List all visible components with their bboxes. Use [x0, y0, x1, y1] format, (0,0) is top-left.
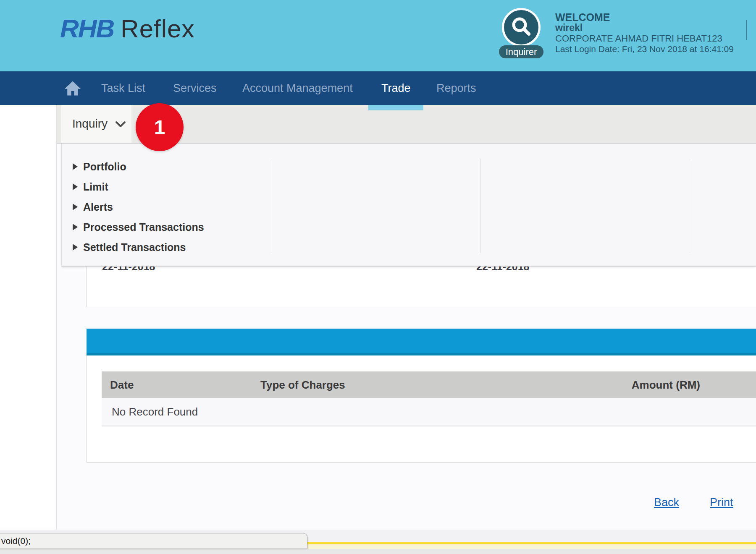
charges-table-header: Date Type of Charges Amount (RM)	[102, 371, 756, 398]
section-header-bar	[87, 329, 756, 355]
highlight-strip	[305, 542, 756, 549]
triangle-right-icon	[73, 224, 78, 230]
page: RHB Reflex Inquirer WELCOME wirekl CORPO…	[0, 0, 756, 554]
column-type-of-charges: Type of Charges	[260, 371, 345, 398]
rhb-reflex-logo: RHB Reflex	[60, 13, 194, 43]
table-empty-row: No Record Found	[102, 398, 756, 426]
menu-item-label: Alerts	[83, 201, 113, 213]
browser-status-tooltip: void(0);	[0, 533, 307, 549]
nav-reports[interactable]: Reports	[436, 71, 476, 105]
menu-item-label: Processed Transactions	[83, 221, 204, 233]
annotation-step-badge: 1	[136, 103, 184, 151]
welcome-block: WELCOME wirekl CORPORATE AHMAD FITRI HEB…	[555, 12, 734, 54]
nav-account-management[interactable]: Account Management	[242, 71, 353, 105]
print-link[interactable]: Print	[710, 496, 733, 509]
panel-divider	[480, 159, 480, 253]
inquiry-label: Inquiry	[72, 117, 108, 131]
triangle-right-icon	[73, 244, 78, 251]
active-tab-indicator	[368, 105, 423, 110]
home-icon[interactable]	[64, 80, 81, 98]
menu-item-settled-transactions[interactable]: Settled Transactions	[73, 241, 186, 253]
role-badge: Inquirer	[499, 45, 543, 58]
column-date: Date	[110, 371, 134, 398]
window-bottom-edge	[0, 549, 756, 554]
triangle-right-icon	[73, 163, 78, 170]
menu-item-alerts[interactable]: Alerts	[73, 201, 113, 213]
chevron-down-icon	[115, 121, 126, 130]
nav-services[interactable]: Services	[173, 71, 217, 105]
welcome-label: WELCOME	[555, 12, 734, 23]
last-login: Last Login Date: Fri, 23 Nov 2018 at 16:…	[555, 44, 734, 54]
magnifier-icon	[510, 15, 533, 39]
left-margin	[0, 105, 57, 530]
menu-item-limit[interactable]: Limit	[73, 180, 108, 193]
triangle-right-icon	[73, 204, 78, 210]
panel-divider	[272, 159, 272, 253]
nav-trade[interactable]: Trade	[381, 71, 411, 105]
back-link[interactable]: Back	[654, 496, 679, 509]
menu-item-label: Settled Transactions	[83, 241, 186, 253]
nav-task-list[interactable]: Task List	[101, 71, 145, 105]
inquiry-dropdown-button[interactable]: Inquiry	[61, 105, 131, 143]
logo-product: Reflex	[121, 14, 194, 43]
organization: CORPORATE AHMAD FITRI HEBAT123	[555, 33, 734, 44]
logo-brand: RHB	[60, 13, 114, 43]
header-separator	[746, 20, 747, 40]
detail-box	[87, 266, 756, 307]
inquiry-dropdown-panel: Portfolio Limit Alerts Processed Transac…	[61, 144, 756, 267]
app-header: RHB Reflex Inquirer WELCOME wirekl CORPO…	[0, 0, 756, 71]
menu-item-portfolio[interactable]: Portfolio	[73, 160, 126, 173]
menu-item-label: Portfolio	[83, 161, 126, 173]
triangle-right-icon	[73, 183, 78, 190]
user-avatar	[502, 8, 541, 47]
menu-item-processed-transactions[interactable]: Processed Transactions	[73, 221, 204, 233]
main-nav: Task List Services Account Management Tr…	[0, 71, 756, 105]
menu-item-label: Limit	[83, 181, 108, 193]
column-amount: Amount (RM)	[632, 371, 700, 398]
username: wirekl	[555, 23, 734, 33]
panel-divider	[690, 159, 690, 253]
